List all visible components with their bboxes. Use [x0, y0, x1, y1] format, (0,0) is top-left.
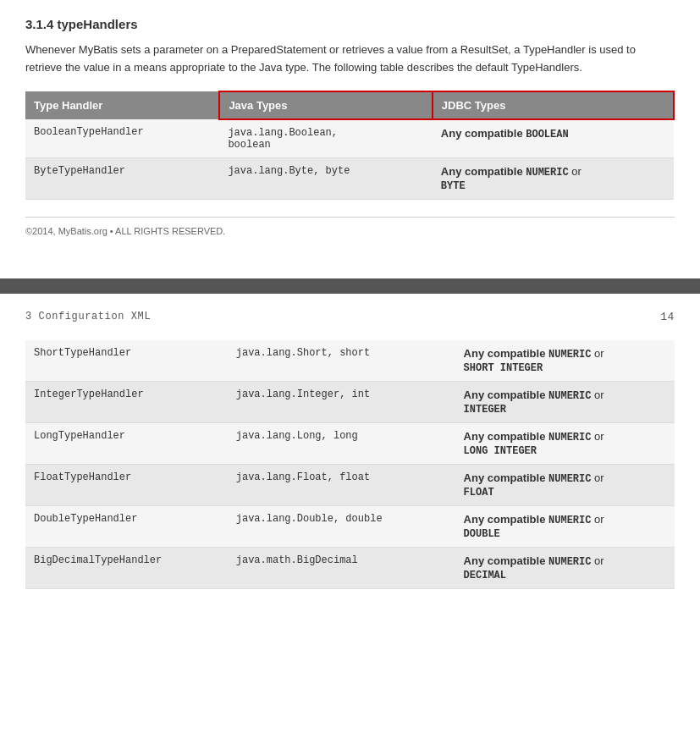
- jdbc-code: BOOLEAN: [526, 129, 568, 141]
- page-top: 3.1.4 typeHandlers Whenever MyBatis sets…: [0, 0, 700, 262]
- jdbc-types-value: Any compatible NUMERIC orFLOAT: [455, 464, 675, 505]
- table-row: BigDecimalTypeHandler java.math.BigDecim…: [25, 547, 675, 588]
- jdbc-prefix: Any compatible: [464, 347, 548, 360]
- table-row: IntegerTypeHandler java.lang.Integer, in…: [25, 381, 675, 422]
- intro-text: Whenever MyBatis sets a parameter on a P…: [25, 41, 675, 77]
- section-heading: 3.1.4 typeHandlers: [25, 17, 675, 31]
- jdbc-types-value: Any compatible NUMERIC orSHORT INTEGER: [455, 340, 675, 382]
- handler-name: DoubleTypeHandler: [25, 505, 228, 547]
- jdbc-types-value: Any compatible NUMERIC orBYTE: [433, 157, 674, 199]
- jdbc-types-value: Any compatible NUMERIC orLONG INTEGER: [455, 422, 675, 464]
- jdbc-code: NUMERIC: [526, 167, 568, 179]
- java-types-value: java.lang.Float, float: [228, 464, 455, 505]
- table-row: FloatTypeHandler java.lang.Float, float …: [25, 464, 675, 505]
- java-types-value: java.lang.Integer, int: [228, 381, 455, 422]
- jdbc-code2: DOUBLE: [464, 528, 500, 540]
- jdbc-code2: SHORT INTEGER: [464, 362, 543, 374]
- handler-name: LongTypeHandler: [25, 422, 228, 464]
- table-row: DoubleTypeHandler java.lang.Double, doub…: [25, 505, 675, 547]
- jdbc-code2: INTEGER: [464, 404, 506, 416]
- type-handler-table-page1: Type Handler Java Types JDBC Types Boole…: [25, 91, 675, 200]
- table-row: LongTypeHandler java.lang.Long, long Any…: [25, 422, 675, 464]
- jdbc-types-value: Any compatible NUMERIC orINTEGER: [455, 381, 675, 422]
- page-footer-nav: 3 Configuration XML 14: [25, 311, 675, 323]
- col-header-type-handler: Type Handler: [25, 91, 219, 119]
- jdbc-code: NUMERIC: [548, 432, 591, 444]
- jdbc-prefix: Any compatible: [464, 513, 548, 526]
- handler-name: IntegerTypeHandler: [25, 381, 228, 422]
- java-types-value: java.math.BigDecimal: [228, 547, 455, 588]
- jdbc-types-value: Any compatible BOOLEAN: [433, 119, 674, 158]
- page-divider: [0, 278, 700, 294]
- jdbc-code2: FLOAT: [464, 487, 494, 499]
- handler-name: BigDecimalTypeHandler: [25, 547, 228, 588]
- jdbc-prefix: Any compatible: [441, 165, 526, 178]
- handler-name: BooleanTypeHandler: [25, 119, 219, 158]
- table-row: BooleanTypeHandler java.lang.Boolean,boo…: [25, 119, 674, 158]
- copyright-footer: ©2014, MyBatis.org • ALL RIGHTS RESERVED…: [25, 217, 675, 245]
- java-types-value: java.lang.Long, long: [228, 422, 455, 464]
- page-number: 14: [660, 311, 675, 323]
- jdbc-prefix: Any compatible: [464, 389, 548, 401]
- jdbc-code2: LONG INTEGER: [464, 445, 537, 457]
- col-header-java-types: Java Types: [219, 91, 432, 119]
- handler-name: ByteTypeHandler: [25, 157, 219, 199]
- nav-left-label: 3 Configuration XML: [25, 311, 151, 322]
- java-types-value: java.lang.Double, double: [228, 505, 455, 547]
- jdbc-code: NUMERIC: [548, 556, 591, 568]
- table-row: ShortTypeHandler java.lang.Short, short …: [25, 340, 675, 382]
- jdbc-prefix: Any compatible: [464, 471, 548, 484]
- jdbc-code2: BYTE: [441, 180, 466, 192]
- handler-name: FloatTypeHandler: [25, 464, 228, 505]
- handler-name: ShortTypeHandler: [25, 340, 228, 382]
- jdbc-types-value: Any compatible NUMERIC orDOUBLE: [455, 505, 675, 547]
- type-handler-table-page2: ShortTypeHandler java.lang.Short, short …: [25, 340, 675, 589]
- jdbc-types-value: Any compatible NUMERIC orDECIMAL: [455, 547, 675, 588]
- col-header-jdbc-types: JDBC Types: [433, 91, 674, 119]
- java-types-value: java.lang.Boolean,boolean: [219, 119, 432, 158]
- java-types-value: java.lang.Short, short: [228, 340, 455, 382]
- jdbc-code: NUMERIC: [548, 473, 591, 485]
- page-bottom: 3 Configuration XML 14 ShortTypeHandler …: [0, 294, 700, 606]
- jdbc-code: NUMERIC: [548, 349, 591, 361]
- jdbc-prefix: Any compatible: [441, 127, 526, 140]
- jdbc-prefix: Any compatible: [464, 554, 548, 567]
- jdbc-code2: DECIMAL: [464, 570, 506, 581]
- jdbc-code: NUMERIC: [548, 515, 591, 526]
- table-row: ByteTypeHandler java.lang.Byte, byte Any…: [25, 157, 674, 199]
- jdbc-prefix: Any compatible: [464, 430, 548, 443]
- java-types-value: java.lang.Byte, byte: [219, 157, 432, 199]
- jdbc-code: NUMERIC: [548, 390, 591, 402]
